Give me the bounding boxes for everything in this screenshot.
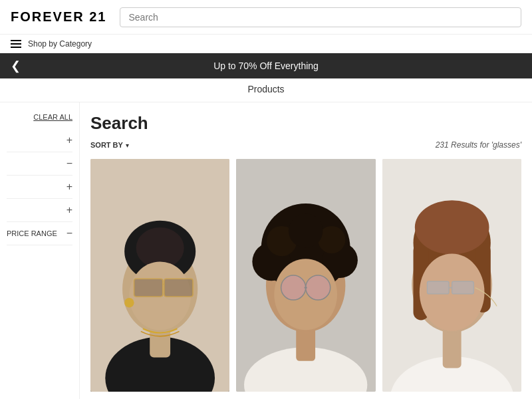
svg-rect-36 bbox=[452, 281, 473, 294]
sidebar: CLEAR ALL + − + + PRICE RANGE − bbox=[0, 102, 80, 399]
svg-point-23 bbox=[306, 275, 331, 300]
clear-all-button[interactable]: CLEAR ALL bbox=[7, 113, 72, 121]
search-results-content: Search SORT BY ▾ 231 Results for 'glasse… bbox=[80, 102, 532, 399]
filter-collapse-icon-2: − bbox=[66, 158, 72, 170]
banner-text: Up to 70% Off Everything bbox=[213, 61, 319, 71]
product-card-2[interactable] bbox=[236, 159, 375, 392]
filter-item-3[interactable]: + bbox=[7, 176, 72, 199]
product-card-1[interactable] bbox=[90, 159, 229, 392]
product-grid bbox=[90, 159, 521, 392]
sort-by-chevron-icon: ▾ bbox=[126, 142, 129, 149]
svg-rect-7 bbox=[134, 279, 163, 297]
svg-point-20 bbox=[289, 213, 323, 247]
price-range-label: PRICE RANGE bbox=[7, 229, 66, 237]
svg-rect-8 bbox=[164, 279, 193, 297]
banner-prev-arrow[interactable]: ❮ bbox=[11, 59, 21, 73]
header: FOREVER 21 bbox=[0, 0, 532, 35]
breadcrumb-label: Products bbox=[247, 84, 284, 94]
filter-collapse-icon-price: − bbox=[66, 227, 72, 239]
subheader: Shop by Category bbox=[0, 35, 532, 53]
filter-expand-icon-4: + bbox=[66, 204, 72, 216]
svg-point-33 bbox=[414, 200, 489, 254]
logo: FOREVER 21 bbox=[11, 9, 106, 25]
sort-by-label: SORT BY bbox=[90, 141, 123, 149]
main-content: CLEAR ALL + − + + PRICE RANGE − Search S… bbox=[0, 102, 532, 399]
sort-bar: SORT BY ▾ 231 Results for 'glasses' bbox=[90, 140, 521, 150]
svg-point-22 bbox=[281, 275, 306, 300]
filter-expand-icon-1: + bbox=[66, 134, 72, 146]
search-input[interactable] bbox=[120, 7, 521, 27]
filter-item-price-range[interactable]: PRICE RANGE − bbox=[7, 222, 72, 245]
results-count: 231 Results for 'glasses' bbox=[436, 140, 521, 150]
svg-rect-35 bbox=[427, 281, 449, 294]
svg-point-10 bbox=[124, 298, 134, 307]
filter-item-4[interactable]: + bbox=[7, 199, 72, 222]
sort-by-button[interactable]: SORT BY ▾ bbox=[90, 141, 129, 149]
promo-banner: ❮ Up to 70% Off Everything bbox=[0, 53, 532, 78]
filter-expand-icon-3: + bbox=[66, 181, 72, 193]
product-card-3[interactable] bbox=[382, 159, 521, 392]
hamburger-menu-button[interactable] bbox=[11, 40, 21, 48]
breadcrumb: Products bbox=[0, 78, 532, 102]
shop-by-category-label: Shop by Category bbox=[28, 39, 92, 49]
filter-item-1[interactable]: + bbox=[7, 129, 72, 152]
filter-item-2[interactable]: − bbox=[7, 152, 72, 176]
search-title: Search bbox=[90, 113, 521, 134]
